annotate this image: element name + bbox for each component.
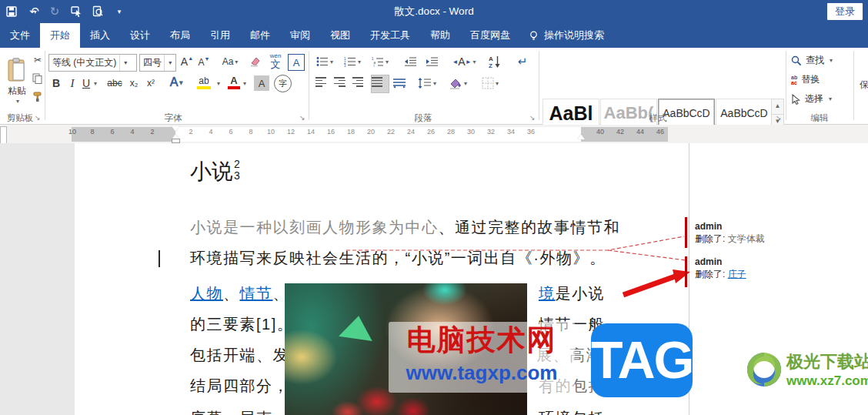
clipboard-dialog-launcher[interactable]: ↘ bbox=[35, 114, 41, 122]
tab-design[interactable]: 设计 bbox=[120, 23, 160, 48]
clear-formatting-button[interactable] bbox=[248, 54, 263, 69]
change-case-caret-icon[interactable]: ▾ bbox=[235, 59, 238, 65]
sort-button[interactable]: AZ bbox=[485, 52, 505, 71]
select-caret-icon[interactable]: ▾ bbox=[829, 95, 832, 102]
bold-button[interactable]: B bbox=[49, 75, 63, 91]
hyperlink[interactable]: 境 bbox=[539, 285, 556, 302]
green-lamp-shape bbox=[339, 313, 376, 341]
font-name-select[interactable]: 等线 (中文正文) ▾ bbox=[48, 54, 137, 72]
font-color-button[interactable]: A bbox=[226, 74, 242, 91]
asian-layout-button[interactable]: ◄A► ▾ bbox=[451, 53, 477, 70]
hanging-indent-marker[interactable] bbox=[172, 134, 179, 139]
borders-button[interactable]: ▾ bbox=[479, 75, 502, 92]
paragraph-line-clipped: 序幕、尾声 bbox=[190, 408, 273, 415]
text-effects-caret-icon[interactable]: ▾ bbox=[179, 79, 182, 86]
grow-font-button[interactable]: A▲ bbox=[179, 54, 195, 69]
right-indent-marker[interactable] bbox=[577, 134, 585, 139]
font-size-select[interactable]: 四号 ▾ bbox=[139, 54, 176, 72]
numbering-caret-icon[interactable]: ▾ bbox=[358, 59, 361, 65]
paste-caret-icon[interactable]: ▾ bbox=[16, 98, 19, 105]
paste-button[interactable]: 粘贴 ▾ bbox=[3, 52, 31, 109]
font-dialog-launcher[interactable]: ↘ bbox=[299, 114, 305, 122]
underline-caret-icon[interactable]: ▾ bbox=[94, 80, 97, 87]
cut-button[interactable]: ✂ bbox=[31, 54, 45, 66]
shading-caret-icon[interactable]: ▾ bbox=[464, 80, 467, 87]
tab-baidu-netdisk[interactable]: 百度网盘 bbox=[460, 23, 520, 48]
tab-help[interactable]: 帮助 bbox=[420, 23, 460, 48]
justify-button[interactable] bbox=[371, 75, 389, 93]
tab-review[interactable]: 审阅 bbox=[280, 23, 320, 48]
align-center-button[interactable] bbox=[334, 75, 349, 91]
enclose-characters-label: 字 bbox=[279, 78, 287, 89]
multilevel-list-button[interactable]: 1ai ▾ bbox=[371, 54, 389, 69]
select-button[interactable]: 选择 ▾ bbox=[791, 92, 832, 105]
tab-mailings[interactable]: 邮件 bbox=[240, 23, 280, 48]
borders-caret-icon[interactable]: ▾ bbox=[496, 80, 499, 87]
line-spacing-caret-icon[interactable]: ▾ bbox=[433, 80, 436, 87]
replace-button[interactable]: abac 替换 bbox=[791, 73, 820, 86]
revision-balloon-2[interactable]: admin 删除了: 庄子 bbox=[695, 256, 746, 280]
increase-indent-button[interactable] bbox=[423, 54, 440, 69]
tab-insert[interactable]: 插入 bbox=[80, 23, 120, 48]
find-button[interactable]: 查找 ▾ bbox=[791, 54, 833, 67]
styles-dialog-launcher[interactable]: ↘ bbox=[776, 114, 782, 122]
enclose-characters-button[interactable]: 字 bbox=[274, 75, 292, 92]
tab-references[interactable]: 引用 bbox=[200, 23, 240, 48]
tab-home[interactable]: 开始 bbox=[40, 23, 80, 48]
tab-layout[interactable]: 布局 bbox=[160, 23, 200, 48]
font-color-swatch bbox=[228, 86, 240, 89]
font-size-caret-icon[interactable]: ▾ bbox=[164, 55, 175, 71]
left-indent-marker[interactable] bbox=[172, 139, 179, 142]
align-left-button[interactable] bbox=[315, 75, 331, 91]
shading-button[interactable]: ▾ bbox=[446, 75, 469, 92]
ruler-number: 24 bbox=[407, 128, 415, 136]
copy-button[interactable] bbox=[31, 72, 45, 85]
tab-developer[interactable]: 开发工具 bbox=[360, 23, 420, 48]
align-right-button[interactable] bbox=[352, 75, 368, 91]
phonetic-guide-button[interactable]: wén 文 bbox=[266, 52, 285, 72]
distribute-button[interactable] bbox=[391, 75, 408, 91]
italic-button[interactable]: I bbox=[66, 75, 78, 91]
login-button[interactable]: 登录 bbox=[827, 3, 863, 20]
bullets-button[interactable]: ▾ bbox=[315, 54, 334, 69]
font-color-label: A bbox=[230, 75, 237, 86]
underline-button[interactable]: U bbox=[80, 75, 92, 91]
format-painter-button[interactable] bbox=[31, 91, 45, 103]
tab-view[interactable]: 视图 bbox=[320, 23, 360, 48]
find-caret-icon[interactable]: ▾ bbox=[830, 57, 833, 64]
document-area[interactable]: 小说 23 小说是一种以刻画人物形象为中心、通过完整的故事情节和 环境描写来反映… bbox=[0, 143, 868, 415]
revision-deleted-link[interactable]: 庄子 bbox=[728, 269, 746, 279]
highlight-caret-icon[interactable]: ▾ bbox=[217, 80, 220, 87]
numbering-button[interactable]: 123 ▾ bbox=[343, 54, 362, 69]
shrink-font-button[interactable]: A▼ bbox=[197, 55, 211, 69]
superscript-button[interactable]: x² bbox=[143, 75, 159, 91]
character-border-button[interactable]: A bbox=[288, 54, 305, 71]
strikethrough-button[interactable]: abc bbox=[105, 75, 125, 91]
horizontal-ruler[interactable]: 10 8 6 4 2 2 4 6 8 10 12 14 16 18 20 22 … bbox=[0, 125, 868, 143]
tell-me-search[interactable]: 操作说明搜索 bbox=[520, 23, 612, 48]
text-effects-button[interactable]: A▾ bbox=[168, 74, 185, 91]
change-case-button[interactable]: Aa▾ bbox=[219, 54, 242, 69]
black-run: 、通过完整的故事情节和 bbox=[439, 219, 621, 236]
first-line-indent-marker[interactable] bbox=[172, 126, 179, 132]
show-marks-button[interactable]: ↵ bbox=[514, 53, 531, 70]
revision-balloon-1[interactable]: admin 删除了: 文学体裁 bbox=[695, 220, 765, 245]
tab-file[interactable]: 文件 bbox=[0, 23, 40, 48]
bullets-caret-icon[interactable]: ▾ bbox=[330, 59, 333, 65]
font-name-caret-icon[interactable]: ▾ bbox=[119, 55, 131, 71]
highlight-button[interactable]: ab bbox=[194, 74, 214, 91]
decrease-indent-button[interactable] bbox=[402, 54, 419, 69]
line-spacing-button[interactable]: ▾ bbox=[416, 75, 439, 92]
character-shading-button[interactable]: A bbox=[254, 75, 269, 91]
tab-selector-box[interactable] bbox=[0, 126, 7, 144]
subscript-button[interactable]: x₂ bbox=[126, 75, 142, 91]
ruler-number: 18 bbox=[347, 128, 355, 136]
ruler-number: 6 bbox=[229, 128, 232, 136]
multilevel-caret-icon[interactable]: ▾ bbox=[386, 59, 389, 65]
paragraph-dialog-launcher[interactable]: ↘ bbox=[529, 114, 536, 122]
font-color-caret-icon[interactable]: ▾ bbox=[243, 80, 246, 87]
hyperlink[interactable]: 情节 bbox=[240, 285, 273, 302]
hyperlink[interactable]: 人物 bbox=[190, 285, 223, 302]
save-to-netdisk-button-partial[interactable]: 保存到百度网盘 bbox=[860, 77, 868, 92]
asian-layout-caret-icon[interactable]: ▾ bbox=[473, 59, 476, 65]
